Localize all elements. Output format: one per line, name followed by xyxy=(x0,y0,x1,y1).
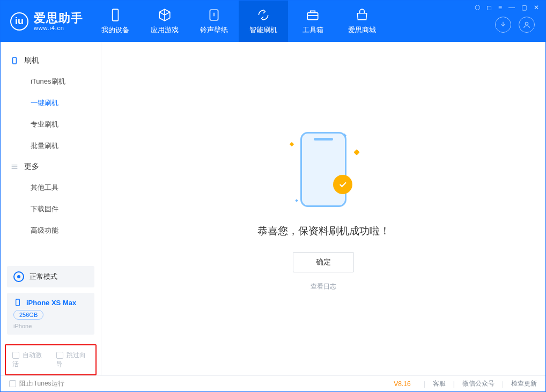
list-icon xyxy=(10,162,19,171)
mode-dot-icon xyxy=(13,271,24,282)
sidebar-item-other-tools[interactable]: 其他工具 xyxy=(1,177,101,198)
nav-label: 应用游戏 xyxy=(151,25,179,35)
nav-apps-games[interactable]: 应用游戏 xyxy=(140,1,189,42)
minimize-icon[interactable]: — xyxy=(508,4,515,11)
phone-icon xyxy=(10,56,19,65)
svg-rect-0 xyxy=(113,9,119,21)
sidebar-item-advanced[interactable]: 高级功能 xyxy=(1,220,101,241)
nav-store[interactable]: 爱思商城 xyxy=(337,1,387,42)
version-label: V8.16 xyxy=(394,380,410,388)
refresh-icon xyxy=(256,8,270,22)
ok-button[interactable]: 确定 xyxy=(293,252,354,272)
app-site: www.i4.cn xyxy=(34,25,83,32)
nav-label: 智能刷机 xyxy=(249,25,277,35)
nav-ringtones[interactable]: 铃声壁纸 xyxy=(189,1,239,42)
svg-rect-5 xyxy=(16,299,20,306)
view-log-link[interactable]: 查看日志 xyxy=(311,282,336,291)
footer-link-wechat[interactable]: 微信公众号 xyxy=(462,379,495,388)
nav-toolbox[interactable]: 工具箱 xyxy=(288,1,337,42)
device-small-icon xyxy=(13,298,22,307)
cube-icon xyxy=(158,8,172,22)
top-nav: 我的设备 应用游戏 铃声壁纸 智能刷机 工具箱 爱思商城 xyxy=(91,1,387,42)
feedback-icon[interactable]: ◻ xyxy=(486,4,492,11)
device-capacity: 256GB xyxy=(13,310,43,320)
user-button[interactable] xyxy=(519,17,535,33)
music-icon xyxy=(207,8,221,22)
device-type: iPhone xyxy=(13,323,88,329)
footer-link-support[interactable]: 客服 xyxy=(433,379,446,388)
sidebar-item-oneclick-flash[interactable]: 一键刷机 xyxy=(1,92,101,114)
success-message: 恭喜您，保资料刷机成功啦！ xyxy=(257,224,390,238)
maximize-icon[interactable]: ▢ xyxy=(521,4,527,11)
sidebar: 刷机 iTunes刷机 一键刷机 专业刷机 批量刷机 更多 其他工具 下载固件 … xyxy=(1,42,101,375)
logo-icon: iu xyxy=(10,12,28,31)
sidebar-item-itunes-flash[interactable]: iTunes刷机 xyxy=(1,71,101,92)
app-title: 爱思助手 xyxy=(34,11,83,25)
nav-flash[interactable]: 智能刷机 xyxy=(239,1,288,42)
nav-label: 我的设备 xyxy=(101,25,129,35)
close-icon[interactable]: ✕ xyxy=(534,4,539,11)
toolbox-icon xyxy=(306,8,320,22)
header: iu 爱思助手 www.i4.cn 我的设备 应用游戏 铃声壁纸 智能刷机 xyxy=(1,1,545,42)
svg-point-3 xyxy=(525,22,528,25)
window-controls: ⬡ ◻ ≡ — ▢ ✕ xyxy=(475,4,539,11)
sidebar-group-more: 更多 xyxy=(1,157,101,177)
checkbox-block-itunes[interactable]: 阻止iTunes运行 xyxy=(9,379,64,388)
highlighted-options: 自动激活 跳过向导 xyxy=(5,344,97,375)
success-illustration xyxy=(281,127,366,212)
main-content: 恭喜您，保资料刷机成功啦！ 确定 查看日志 xyxy=(101,42,545,375)
footer: 阻止iTunes运行 V8.16 | 客服 | 微信公众号 | 检查更新 xyxy=(1,375,545,391)
nav-label: 工具箱 xyxy=(302,25,323,35)
app-logo: iu 爱思助手 www.i4.cn xyxy=(1,1,91,42)
device-icon xyxy=(108,8,122,22)
success-check-icon xyxy=(333,175,352,194)
phone-graphic-icon xyxy=(300,132,346,207)
sidebar-item-pro-flash[interactable]: 专业刷机 xyxy=(1,114,101,135)
store-icon xyxy=(355,8,369,22)
group-title: 更多 xyxy=(24,162,39,172)
sidebar-group-flash: 刷机 xyxy=(1,50,101,71)
footer-link-update[interactable]: 检查更新 xyxy=(511,379,537,388)
nav-label: 铃声壁纸 xyxy=(200,25,228,35)
checkbox-skip-guide[interactable]: 跳过向导 xyxy=(56,351,90,369)
device-info-box[interactable]: iPhone XS Max 256GB iPhone xyxy=(7,293,94,335)
mode-label: 正常模式 xyxy=(29,272,57,282)
checkbox-auto-activate[interactable]: 自动激活 xyxy=(12,351,46,369)
menu-icon[interactable]: ≡ xyxy=(498,4,502,11)
sidebar-item-batch-flash[interactable]: 批量刷机 xyxy=(1,135,101,157)
device-name: iPhone XS Max xyxy=(26,299,76,307)
nav-label: 爱思商城 xyxy=(348,25,376,35)
nav-my-device[interactable]: 我的设备 xyxy=(91,1,140,42)
sidebar-item-download-firmware[interactable]: 下载固件 xyxy=(1,198,101,220)
svg-rect-4 xyxy=(13,57,17,64)
skin-icon[interactable]: ⬡ xyxy=(475,4,480,11)
svg-rect-2 xyxy=(307,12,318,19)
download-button[interactable] xyxy=(495,17,511,33)
device-mode-box[interactable]: 正常模式 xyxy=(7,266,94,287)
group-title: 刷机 xyxy=(24,56,39,65)
